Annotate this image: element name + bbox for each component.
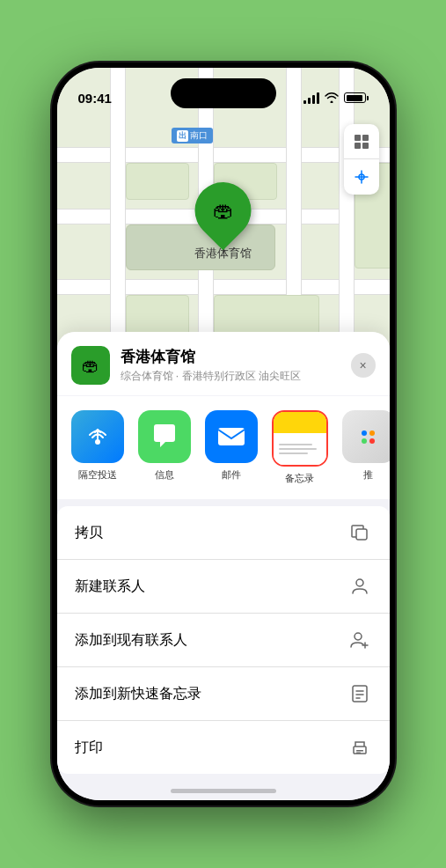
action-add-existing[interactable]: 添加到现有联系人 [57, 614, 390, 667]
venue-name: 香港体育馆 [121, 347, 340, 367]
person-icon [347, 574, 372, 599]
share-item-more[interactable]: 推 [342, 410, 390, 485]
airdrop-icon [71, 410, 124, 463]
status-time: 09:41 [78, 91, 112, 106]
bottom-sheet: 🏟 香港体育馆 综合体育馆 · 香港特别行政区 油尖旺区 × [57, 332, 390, 800]
share-item-mail[interactable]: 邮件 [205, 410, 258, 485]
more-label: 推 [363, 468, 373, 482]
notes-icon [274, 412, 326, 465]
svg-rect-2 [355, 143, 361, 149]
venue-icon: 🏟 [71, 346, 110, 385]
action-list: 拷贝 新建联系人 [57, 506, 390, 774]
svg-rect-13 [353, 686, 367, 702]
wifi-icon [325, 92, 339, 103]
phone-frame: 09:41 [52, 63, 395, 805]
mail-icon [205, 410, 258, 463]
copy-icon [347, 520, 372, 545]
action-new-contact-label: 新建联系人 [75, 577, 145, 596]
svg-rect-0 [355, 135, 361, 141]
messages-label: 信息 [155, 468, 174, 482]
home-indicator [171, 789, 276, 793]
airdrop-label: 隔空投送 [78, 468, 117, 482]
print-icon [347, 735, 372, 760]
battery-icon [344, 92, 369, 103]
phone-screen: 09:41 [57, 68, 390, 800]
svg-rect-8 [356, 529, 367, 540]
action-print-label: 打印 [75, 739, 103, 757]
map-type-button[interactable] [344, 124, 379, 159]
share-row: 隔空投送 信息 [57, 396, 390, 499]
close-button[interactable]: × [351, 353, 376, 378]
svg-rect-1 [362, 135, 369, 141]
share-item-notes[interactable]: 备忘录 [272, 410, 328, 485]
map-controls [344, 124, 379, 195]
action-copy[interactable]: 拷贝 [57, 506, 390, 560]
messages-icon [138, 410, 191, 463]
venue-subtitle: 综合体育馆 · 香港特别行政区 油尖旺区 [121, 369, 340, 384]
signal-icon [303, 92, 319, 104]
south-exit-label: 出 南口 [172, 128, 213, 143]
svg-rect-19 [356, 753, 361, 754]
status-icons [303, 92, 369, 104]
location-pin: 🏟 香港体育馆 [194, 182, 252, 261]
svg-rect-3 [362, 143, 369, 149]
sheet-header: 🏟 香港体育馆 综合体育馆 · 香港特别行政区 油尖旺区 × [57, 332, 390, 395]
share-item-airdrop[interactable]: 隔空投送 [71, 410, 124, 485]
svg-rect-18 [356, 750, 363, 752]
action-quick-note-label: 添加到新快速备忘录 [75, 685, 201, 703]
action-print[interactable]: 打印 [57, 721, 390, 774]
action-add-existing-label: 添加到现有联系人 [75, 631, 187, 650]
dynamic-island [171, 78, 276, 108]
share-item-messages[interactable]: 信息 [138, 410, 191, 485]
notes-label: 备忘录 [285, 472, 314, 485]
svg-rect-7 [218, 428, 245, 445]
svg-point-10 [355, 633, 362, 640]
more-icon [342, 410, 390, 463]
location-button[interactable] [344, 159, 379, 195]
person-add-icon [347, 628, 372, 652]
action-new-contact[interactable]: 新建联系人 [57, 560, 390, 614]
note-icon [347, 681, 372, 706]
svg-point-9 [356, 579, 363, 586]
action-quick-note[interactable]: 添加到新快速备忘录 [57, 667, 390, 721]
venue-info: 香港体育馆 综合体育馆 · 香港特别行政区 油尖旺区 [121, 347, 340, 384]
action-copy-label: 拷贝 [75, 524, 103, 542]
mail-label: 邮件 [222, 468, 241, 482]
